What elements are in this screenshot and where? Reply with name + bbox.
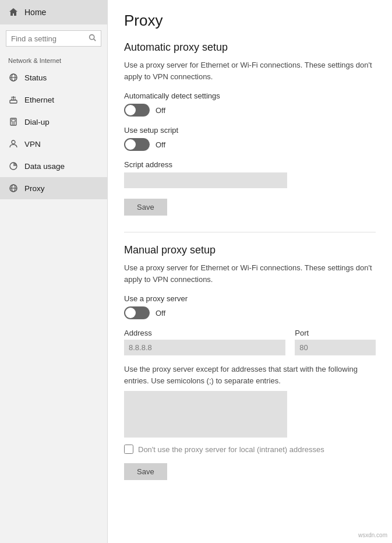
sidebar-section-label: Network & Internet bbox=[0, 52, 107, 66]
home-button[interactable]: Home bbox=[0, 0, 107, 24]
address-label: Address bbox=[124, 329, 285, 337]
address-input[interactable] bbox=[124, 340, 285, 355]
sidebar-item-label-ethernet: Ethernet bbox=[24, 96, 54, 104]
section-divider bbox=[124, 232, 376, 232]
script-address-label: Script address bbox=[124, 160, 376, 169]
search-icon bbox=[89, 34, 96, 43]
sidebar-item-data-usage[interactable]: Data usage bbox=[0, 155, 107, 177]
auto-detect-toggle[interactable] bbox=[124, 104, 150, 117]
svg-point-18 bbox=[14, 124, 15, 125]
status-icon bbox=[8, 72, 19, 83]
sidebar-item-label-data-usage: Data usage bbox=[24, 162, 65, 171]
exceptions-textarea[interactable] bbox=[124, 391, 287, 438]
use-script-knob bbox=[125, 139, 136, 150]
use-proxy-label: Use a proxy server bbox=[124, 294, 376, 303]
sidebar-item-label-vpn: VPN bbox=[24, 140, 41, 149]
vpn-icon bbox=[8, 139, 19, 149]
manual-save-button[interactable]: Save bbox=[124, 463, 167, 480]
svg-rect-12 bbox=[12, 119, 15, 122]
home-icon bbox=[8, 7, 19, 17]
auto-section-title: Automatic proxy setup bbox=[124, 41, 376, 54]
data-usage-icon bbox=[8, 161, 19, 171]
svg-point-0 bbox=[90, 35, 94, 40]
sidebar-item-status[interactable]: Status bbox=[0, 66, 107, 89]
search-box[interactable] bbox=[6, 30, 101, 47]
port-group: Port bbox=[295, 329, 376, 355]
auto-description: Use a proxy server for Ethernet or Wi-Fi… bbox=[124, 59, 376, 82]
port-label: Port bbox=[295, 329, 376, 337]
sidebar-item-vpn[interactable]: VPN bbox=[0, 133, 107, 155]
auto-detect-label: Automatically detect settings bbox=[124, 91, 376, 100]
svg-rect-5 bbox=[10, 100, 17, 103]
address-group: Address bbox=[124, 329, 285, 355]
use-proxy-toggle[interactable] bbox=[124, 306, 150, 319]
home-label: Home bbox=[24, 8, 46, 17]
watermark: wsxdn.com bbox=[358, 532, 387, 538]
svg-point-13 bbox=[12, 122, 13, 124]
use-proxy-state: Off bbox=[156, 309, 165, 318]
svg-point-16 bbox=[12, 124, 13, 125]
sidebar-item-label-proxy: Proxy bbox=[24, 184, 45, 193]
svg-point-19 bbox=[12, 140, 15, 144]
no-local-proxy-checkbox[interactable] bbox=[124, 445, 133, 454]
script-address-input[interactable] bbox=[124, 172, 287, 188]
addr-port-row: Address Port bbox=[124, 329, 376, 355]
sidebar-item-proxy[interactable]: Proxy bbox=[0, 177, 107, 199]
use-script-label: Use setup script bbox=[124, 126, 376, 135]
use-script-state: Off bbox=[156, 140, 165, 149]
svg-point-15 bbox=[14, 122, 15, 124]
port-input[interactable] bbox=[295, 340, 376, 355]
no-local-proxy-label: Don't use the proxy server for local (in… bbox=[138, 445, 324, 454]
sidebar-item-label-status: Status bbox=[24, 73, 47, 82]
sidebar-item-label-dialup: Dial-up bbox=[24, 118, 50, 126]
ethernet-icon bbox=[8, 94, 19, 105]
proxy-icon bbox=[8, 183, 19, 193]
dialup-icon bbox=[8, 117, 19, 127]
auto-detect-toggle-row: Off bbox=[124, 104, 376, 117]
use-proxy-toggle-row: Off bbox=[124, 306, 376, 319]
auto-detect-knob bbox=[125, 105, 136, 115]
auto-save-button[interactable]: Save bbox=[124, 199, 167, 216]
svg-point-17 bbox=[13, 124, 14, 125]
manual-section-title: Manual proxy setup bbox=[124, 244, 376, 256]
sidebar-item-dialup[interactable]: Dial-up bbox=[0, 111, 107, 133]
use-proxy-knob bbox=[125, 308, 136, 318]
use-script-toggle[interactable] bbox=[124, 138, 150, 151]
use-script-toggle-row: Off bbox=[124, 138, 376, 151]
search-input[interactable] bbox=[11, 34, 85, 43]
no-local-proxy-row: Don't use the proxy server for local (in… bbox=[124, 445, 376, 454]
sidebar-item-ethernet[interactable]: Ethernet bbox=[0, 89, 107, 111]
svg-line-1 bbox=[94, 39, 96, 41]
main-content: Proxy Automatic proxy setup Use a proxy … bbox=[108, 0, 392, 543]
svg-point-14 bbox=[13, 122, 14, 124]
sidebar: Home Network & Internet Status bbox=[0, 0, 108, 543]
manual-description: Use a proxy server for Ethernet or Wi-Fi… bbox=[124, 262, 376, 285]
exceptions-description: Use the proxy server except for addresse… bbox=[124, 364, 376, 386]
auto-detect-state: Off bbox=[156, 106, 165, 115]
page-title: Proxy bbox=[124, 12, 376, 30]
